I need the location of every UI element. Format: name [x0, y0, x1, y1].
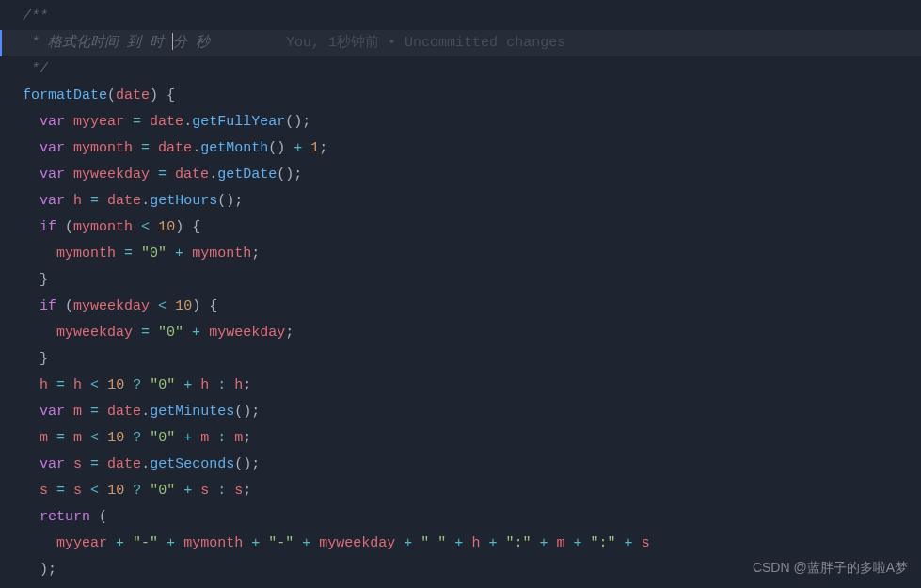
comment-prefix: *	[23, 35, 48, 51]
gitlens-time: 1秒钟前	[328, 35, 379, 51]
code-line: if (myweekday < 10) {	[23, 294, 921, 320]
code-line: formatDate(date) {	[23, 83, 921, 109]
code-line: myyear + "-" + mymonth + "-" + myweekday…	[23, 531, 921, 557]
code-line: }	[23, 267, 921, 294]
function-name: formatDate	[23, 87, 107, 103]
code-line-active: * 格式化时间 到 时 分 秒 You, 1秒钟前 • Uncommitted …	[23, 30, 921, 56]
code-line: },	[23, 583, 921, 588]
code-line: var m = date.getMinutes();	[23, 399, 921, 425]
gitlens-message: Uncommitted changes	[405, 35, 565, 51]
code-line: var myweekday = date.getDate();	[23, 162, 921, 188]
parameter: date	[116, 87, 150, 103]
code-line: mymonth = "0" + mymonth;	[23, 241, 921, 267]
gitlens-author: You,	[286, 35, 328, 51]
watermark: CSDN @蓝胖子的多啦A梦	[753, 554, 908, 580]
code-line: if (mymonth < 10) {	[23, 215, 921, 241]
code-line: }	[23, 346, 921, 373]
gitlens-separator: •	[379, 35, 405, 51]
code-line: /**	[23, 4, 921, 30]
code-editor[interactable]: /** * 格式化时间 到 时 分 秒 You, 1秒钟前 • Uncommit…	[0, 0, 921, 588]
code-line: var mymonth = date.getMonth() + 1;	[23, 135, 921, 162]
comment-text: 格式化时间 到 时	[48, 35, 172, 51]
code-line: return (	[23, 504, 921, 531]
code-line: myweekday = "0" + myweekday;	[23, 320, 921, 346]
code-line: m = m < 10 ? "0" + m : m;	[23, 425, 921, 452]
code-line: */	[23, 56, 921, 83]
comment-open: /**	[23, 8, 48, 24]
code-line: s = s < 10 ? "0" + s : s;	[23, 478, 921, 504]
comment-close: */	[23, 61, 48, 77]
code-line: var h = date.getHours();	[23, 188, 921, 215]
code-line: var myyear = date.getFullYear();	[23, 109, 921, 135]
code-line: h = h < 10 ? "0" + h : h;	[23, 373, 921, 399]
code-line: var s = date.getSeconds();	[23, 452, 921, 478]
comment-text-after: 分 秒	[173, 35, 210, 51]
gitlens-annotation: You, 1秒钟前 • Uncommitted changes	[210, 35, 565, 51]
